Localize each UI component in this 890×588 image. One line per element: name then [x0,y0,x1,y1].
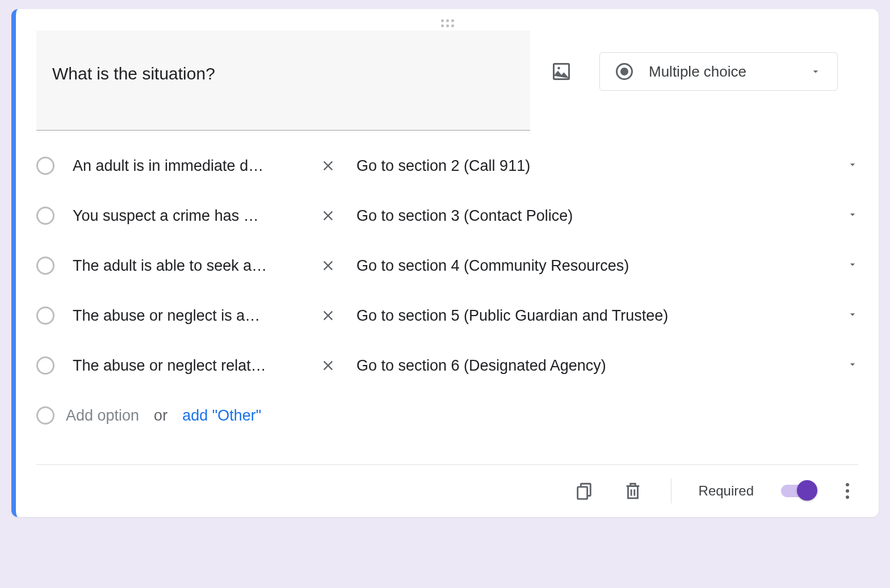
vertical-divider [671,478,671,503]
required-label: Required [699,483,754,499]
goto-section-selector[interactable]: Go to section 2 (Call 911) [356,157,822,175]
required-toggle[interactable] [781,485,815,497]
radio-outline-icon [36,157,54,175]
remove-option-button[interactable] [319,356,337,375]
or-label: or [154,407,167,425]
remove-option-button[interactable] [319,257,337,275]
radio-outline-icon [36,257,54,275]
dot-icon [846,489,849,493]
image-icon [551,61,572,82]
goto-chevron[interactable] [847,209,858,222]
close-icon [320,358,336,373]
goto-section-selector[interactable]: Go to section 4 (Community Resources) [356,257,822,275]
radio-outline-icon [36,207,54,225]
add-image-button[interactable] [551,61,572,82]
goto-section-selector[interactable]: Go to section 6 (Designated Agency) [356,357,822,375]
option-row: The abuse or neglect is a… Go to section… [36,306,858,325]
goto-section-selector[interactable]: Go to section 3 (Contact Police) [356,207,822,225]
radio-outline-icon [36,406,54,425]
option-label-input[interactable]: An adult is in immediate d… [73,157,300,175]
question-footer: Required [36,478,858,503]
remove-option-button[interactable] [319,207,337,225]
remove-option-button[interactable] [319,306,337,325]
radio-outline-icon [36,356,54,375]
option-row: The adult is able to seek a… Go to secti… [36,257,858,275]
option-label-input[interactable]: You suspect a crime has … [73,207,300,225]
chevron-down-icon [847,359,858,370]
chevron-down-icon [847,309,858,320]
radio-filled-icon [616,63,633,80]
divider [36,464,858,465]
option-row: The abuse or neglect relat… Go to sectio… [36,356,858,375]
question-type-selector[interactable]: Multiple choice [599,52,838,91]
delete-button[interactable] [622,480,644,502]
chevron-down-icon [847,159,858,170]
add-other-button[interactable]: add "Other" [182,407,261,425]
goto-section-selector[interactable]: Go to section 5 (Public Guardian and Tru… [356,307,822,325]
chevron-down-icon [810,66,821,77]
dot-icon [846,483,849,486]
goto-chevron[interactable] [847,159,858,173]
close-icon [320,158,336,174]
goto-chevron[interactable] [847,309,858,322]
svg-point-1 [557,67,560,70]
question-header-row: Multiple choice [36,31,858,133]
trash-icon [623,481,643,501]
question-card: Multiple choice An adult is in immediate… [11,9,879,517]
chevron-down-icon [847,259,858,270]
goto-chevron[interactable] [847,259,858,272]
option-label-input[interactable]: The abuse or neglect is a… [73,307,300,325]
question-type-label: Multiple choice [649,63,794,81]
question-controls: Multiple choice [551,31,838,91]
duplicate-button[interactable] [573,480,595,502]
svg-rect-3 [577,487,587,499]
close-icon [320,208,336,224]
copy-icon [574,481,594,501]
option-row: You suspect a crime has … Go to section … [36,207,858,225]
radio-outline-icon [36,306,54,325]
svg-rect-4 [628,486,637,498]
close-icon [320,258,336,274]
remove-option-button[interactable] [319,157,337,175]
chevron-down-icon [847,209,858,220]
dot-icon [846,495,849,499]
goto-chevron[interactable] [847,359,858,372]
option-label-input[interactable]: The abuse or neglect relat… [73,357,300,375]
drag-dots-icon [441,19,454,27]
option-row: An adult is in immediate d… Go to sectio… [36,157,858,175]
question-input-wrap [36,31,530,133]
more-options-button[interactable] [842,480,853,502]
add-option-row: Add option or add "Other" [36,406,858,425]
option-label-input[interactable]: The adult is able to seek a… [73,257,300,275]
options-list: An adult is in immediate d… Go to sectio… [36,157,858,425]
close-icon [320,308,336,324]
question-text-input[interactable] [36,31,530,131]
add-option-input[interactable]: Add option [66,407,139,425]
drag-handle[interactable] [36,17,858,30]
